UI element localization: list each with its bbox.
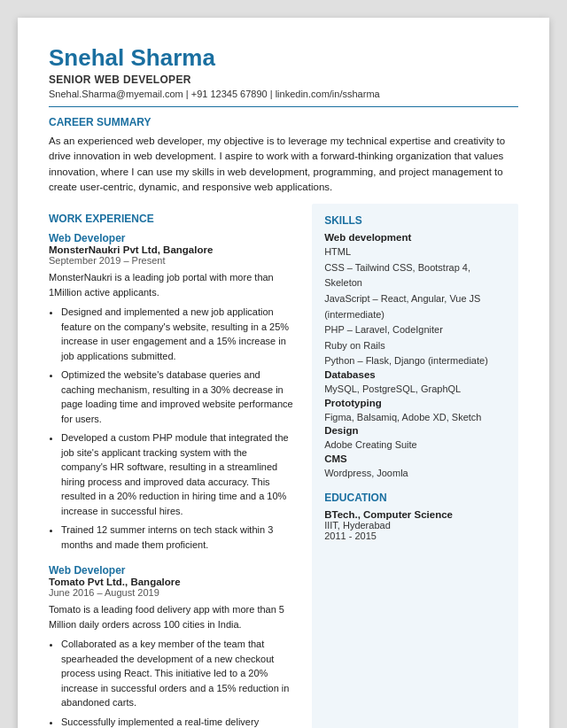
skill-cat-items: Adobe Creating Suite: [324, 438, 506, 453]
skill-category-3: Design Adobe Creating Suite: [324, 425, 506, 453]
education-title: EDUCATION: [324, 492, 506, 504]
skills-title: SKILLS: [324, 214, 506, 227]
bullet-item: Developed a custom PHP module that integ…: [61, 430, 294, 518]
job-2-company: Tomato Pvt Ltd., Bangalore: [49, 577, 294, 587]
edu-year: 2011 - 2015: [324, 531, 506, 541]
skills-section: SKILLS Web development HTML CSS – Tailwi…: [324, 214, 506, 481]
contact-info: Snehal.Sharma@myemail.com | +91 12345 67…: [49, 89, 518, 99]
career-summary-text: As an experienced web developer, my obje…: [49, 134, 518, 195]
header: Snehal Sharma SENIOR WEB DEVELOPER Sneha…: [49, 44, 518, 99]
job-2-bullets: Collaborated as a key member of the team…: [49, 637, 294, 728]
header-divider: [49, 106, 518, 107]
skill-category-1: Databases MySQL, PostgreSQL, GraphQL: [324, 369, 506, 398]
job-1: Web Developer MonsterNaukri Pvt Ltd, Ban…: [49, 232, 294, 552]
bullet-item: Collaborated as a key member of the team…: [61, 637, 294, 710]
job-1-company: MonsterNaukri Pvt Ltd, Bangalore: [49, 244, 294, 255]
skill-cat-items: Figma, Balsamiq, Adobe XD, Sketch: [324, 410, 506, 426]
skill-cat-name: Databases: [324, 369, 506, 380]
two-col-layout: WORK EXPERIENCE Web Developer MonsterNau…: [49, 204, 518, 728]
skills-education-column: SKILLS Web development HTML CSS – Tailwi…: [312, 204, 518, 728]
job-1-description: MonsterNaukri is a leading job portal wi…: [49, 270, 294, 299]
resume-page: Snehal Sharma SENIOR WEB DEVELOPER Sneha…: [18, 18, 549, 728]
bullet-item: Trained 12 summer interns on tech stack …: [61, 523, 294, 552]
job-title: SENIOR WEB DEVELOPER: [49, 74, 518, 86]
job-2-description: Tomato is a leading food delivery app wi…: [49, 602, 294, 631]
skill-cat-name: Prototyping: [324, 398, 506, 408]
skill-cat-name: CMS: [324, 453, 506, 464]
job-1-bullets: Designed and implemented a new job appli…: [49, 305, 294, 552]
skill-category-0: Web development HTML CSS – Tailwind CSS,…: [324, 232, 506, 369]
bullet-item: Optimized the website's database queries…: [61, 368, 294, 426]
work-experience-title: WORK EXPERIENCE: [49, 213, 294, 225]
skill-cat-items: Wordpress, Joomla: [324, 466, 506, 482]
career-summary-section: CAREER SUMMARY As an experienced web dev…: [49, 116, 518, 195]
skill-cat-items: HTML CSS – Tailwind CSS, Bootstrap 4, Sk…: [324, 244, 506, 369]
skill-cat-items: MySQL, PostgreSQL, GraphQL: [324, 382, 506, 398]
candidate-name: Snehal Sharma: [49, 44, 518, 72]
job-2: Web Developer Tomato Pvt Ltd., Bangalore…: [49, 564, 294, 728]
edu-school: IIIT, Hyderabad: [324, 520, 506, 531]
bullet-item: Designed and implemented a new job appli…: [61, 305, 294, 363]
edu-degree: BTech., Computer Science: [324, 509, 506, 520]
skill-cat-name: Web development: [324, 232, 506, 243]
skill-category-2: Prototyping Figma, Balsamiq, Adobe XD, S…: [324, 398, 506, 426]
job-2-title: Web Developer: [49, 564, 294, 577]
skill-category-4: CMS Wordpress, Joomla: [324, 453, 506, 482]
bullet-item: Successfully implemented a real-time del…: [61, 715, 294, 728]
job-1-title: Web Developer: [49, 232, 294, 244]
work-experience-column: WORK EXPERIENCE Web Developer MonsterNau…: [49, 204, 294, 728]
job-2-date: June 2016 – August 2019: [49, 587, 294, 598]
edu-entry-0: BTech., Computer Science IIIT, Hyderabad…: [324, 509, 506, 541]
job-1-date: September 2019 – Present: [49, 255, 294, 266]
career-summary-title: CAREER SUMMARY: [49, 116, 518, 128]
education-section: EDUCATION BTech., Computer Science IIIT,…: [324, 492, 506, 541]
skill-cat-name: Design: [324, 425, 506, 436]
